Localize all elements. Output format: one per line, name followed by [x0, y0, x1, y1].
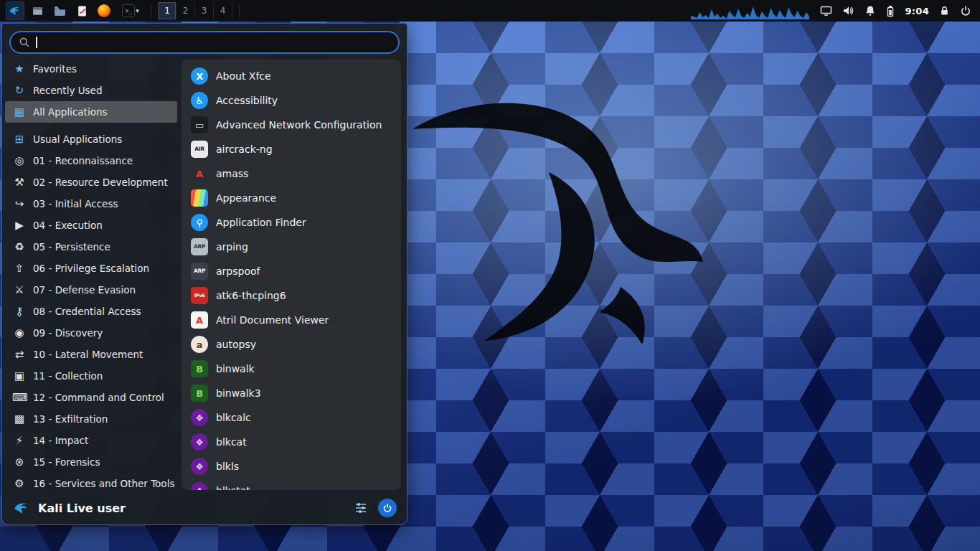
- defense-evasion-icon: ⚔: [12, 283, 27, 296]
- reconnaissance-icon: ◎: [12, 154, 27, 167]
- app-item-arping[interactable]: ARParping: [182, 235, 401, 259]
- atk6-thcping6-icon: IPv6: [191, 287, 208, 304]
- category-usual-applications[interactable]: ⊞Usual Applications: [5, 128, 177, 150]
- terminal-icon: >_: [122, 4, 135, 17]
- category-03-initial-access[interactable]: ↪03 - Initial Access: [5, 193, 177, 215]
- category-all-applications[interactable]: ▦All Applications: [5, 101, 177, 123]
- display-icon[interactable]: [820, 5, 832, 17]
- app-item-binwalk3[interactable]: Bbinwalk3: [182, 381, 401, 405]
- kali-dragon-art: [405, 86, 714, 373]
- amass-icon: A: [191, 165, 208, 182]
- volume-icon[interactable]: [842, 5, 854, 17]
- category-label: 15 - Forensics: [33, 456, 100, 468]
- battery-icon[interactable]: [886, 5, 895, 17]
- about-xfce-icon: X: [191, 67, 208, 85]
- category-05-persistence[interactable]: ♻05 - Persistence: [5, 236, 177, 258]
- system-tray: 9:04: [820, 5, 974, 17]
- user-name: Kali Live user: [38, 501, 126, 515]
- app-label: binwalk3: [216, 387, 261, 399]
- app-label: arpspoof: [216, 265, 260, 277]
- autopsy-icon: a: [191, 336, 208, 353]
- lock-icon[interactable]: [939, 5, 950, 17]
- arping-icon: ARP: [191, 238, 208, 255]
- workspace-switcher: 1234: [158, 2, 232, 19]
- category-14-impact[interactable]: ⚡14 - Impact: [5, 430, 177, 451]
- app-item-autopsy[interactable]: aautopsy: [182, 332, 401, 357]
- app-item-blkstat[interactable]: ❖blkstat: [182, 479, 401, 490]
- app-item-blkcalc[interactable]: ❖blkcalc: [182, 405, 401, 430]
- application-list[interactable]: XAbout Xfce♿Accessibility▭Advanced Netwo…: [182, 60, 401, 490]
- category-label: 04 - Execution: [33, 220, 103, 231]
- whisker-menu-button[interactable]: [6, 1, 24, 20]
- clock[interactable]: 9:04: [905, 6, 929, 17]
- category-09-discovery[interactable]: ◉09 - Discovery: [5, 322, 177, 344]
- workspace-1[interactable]: 1: [158, 2, 176, 19]
- category-label: Favorites: [33, 63, 77, 75]
- category-label: 02 - Resource Development: [33, 176, 168, 188]
- app-item-binwalk[interactable]: Bbinwalk: [182, 357, 401, 381]
- cpu-graph[interactable]: [691, 2, 809, 19]
- binwalk-icon: B: [191, 360, 208, 377]
- firefox-launcher[interactable]: [95, 1, 113, 20]
- app-item-arpspoof[interactable]: ARParpspoof: [182, 259, 401, 283]
- kali-user-icon: [12, 499, 31, 517]
- app-item-aircrack-ng[interactable]: AIRaircrack-ng: [182, 137, 401, 161]
- category-07-defense-evasion[interactable]: ⚔07 - Defense Evasion: [5, 279, 177, 301]
- category-15-forensics[interactable]: ⊛15 - Forensics: [5, 451, 177, 473]
- category-10-lateral-movement[interactable]: ⇄10 - Lateral Movement: [5, 344, 177, 365]
- category-11-collection[interactable]: ▣11 - Collection: [5, 365, 177, 387]
- workspace-4[interactable]: 4: [214, 2, 232, 19]
- search-bar[interactable]: [9, 31, 400, 54]
- notifications-icon[interactable]: [864, 5, 876, 17]
- category-08-credential-access[interactable]: ⚷08 - Credential Access: [5, 301, 177, 322]
- category-06-privilege-escalation[interactable]: ⇧06 - Privilege Escalation: [5, 258, 177, 279]
- app-item-atril-document-viewer[interactable]: AAtril Document Viewer: [182, 308, 401, 332]
- logout-button[interactable]: [378, 499, 397, 517]
- power-icon[interactable]: [960, 5, 971, 17]
- app-item-blkls[interactable]: ❖blkls: [182, 454, 401, 479]
- category-recently-used[interactable]: ↻Recently Used: [5, 80, 177, 101]
- workspace-2[interactable]: 2: [176, 2, 195, 19]
- app-item-amass[interactable]: Aamass: [182, 161, 401, 186]
- atril-document-viewer-icon: A: [191, 311, 208, 329]
- window-manager-launcher[interactable]: [28, 1, 47, 20]
- category-12-command-and-control[interactable]: ⌨12 - Command and Control: [5, 387, 177, 408]
- blkcat-icon: ❖: [191, 433, 208, 451]
- category-02-resource-development[interactable]: ⚒02 - Resource Development: [5, 171, 177, 193]
- search-input[interactable]: [43, 37, 391, 48]
- category-label: All Applications: [33, 106, 108, 118]
- app-item-advanced-network-configuration[interactable]: ▭Advanced Network Configuration: [182, 113, 401, 137]
- folder-icon: [54, 5, 66, 17]
- arpspoof-icon: ARP: [191, 263, 208, 280]
- settings-sliders-icon: [354, 501, 367, 514]
- app-label: binwalk: [216, 363, 255, 375]
- workspace-3[interactable]: 3: [195, 2, 214, 19]
- terminal-launcher[interactable]: >_ ▾: [117, 1, 144, 20]
- app-item-blkcat[interactable]: ❖blkcat: [182, 430, 401, 454]
- app-item-accessibility[interactable]: ♿Accessibility: [182, 88, 401, 113]
- app-item-application-finder[interactable]: ⚲Application Finder: [182, 210, 401, 235]
- document-icon: [76, 5, 88, 17]
- app-item-appearance[interactable]: Appearance: [182, 186, 401, 210]
- app-label: Advanced Network Configuration: [216, 119, 382, 131]
- forensics-icon: ⊛: [12, 456, 27, 468]
- settings-button[interactable]: [351, 498, 371, 518]
- app-label: blkls: [216, 461, 239, 472]
- app-label: Atril Document Viewer: [216, 314, 329, 326]
- category-group-divider: [5, 123, 177, 128]
- category-label: 05 - Persistence: [33, 241, 110, 253]
- file-manager-launcher[interactable]: [50, 1, 69, 20]
- category-label: Recently Used: [33, 85, 102, 96]
- app-item-about-xfce[interactable]: XAbout Xfce: [182, 64, 401, 88]
- window-icon: [32, 5, 44, 17]
- category-label: 11 - Collection: [33, 370, 103, 382]
- category-01-reconnaissance[interactable]: ◎01 - Reconnaissance: [5, 150, 177, 171]
- app-label: Application Finder: [216, 217, 306, 228]
- category-04-execution[interactable]: ▶04 - Execution: [5, 215, 177, 236]
- app-label: atk6-thcping6: [216, 290, 286, 301]
- text-editor-launcher[interactable]: [72, 1, 91, 20]
- panel-separator: [239, 4, 240, 17]
- category-13-exfiltration[interactable]: ▩13 - Exfiltration: [5, 408, 177, 430]
- category-favorites[interactable]: ★Favorites: [5, 58, 177, 80]
- app-item-atk6-thcping6[interactable]: IPv6atk6-thcping6: [182, 283, 401, 308]
